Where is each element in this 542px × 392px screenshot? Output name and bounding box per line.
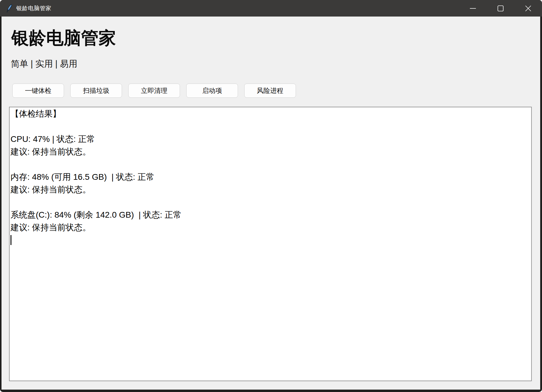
result-line: 【体检结果】 [11,108,529,120]
tagline: 简单 | 实用 | 易用 [11,58,77,70]
maximize-button[interactable] [487,0,514,17]
startup-items-button[interactable]: 启动项 [186,84,238,98]
window-controls [459,0,542,17]
results-textarea[interactable]: 【体检结果】 CPU: 47% | 状态: 正常 建议: 保持当前状态。 内存:… [9,107,532,381]
result-line: 内存: 48% (可用 16.5 GB) | 状态: 正常 [11,171,529,183]
maximize-icon [497,5,504,12]
titlebar: 银龄电脑管家 [0,0,542,17]
content-area: 银龄电脑管家 简单 | 实用 | 易用 一键体检 扫描垃圾 立即清理 启动项 风… [2,17,540,390]
result-line: CPU: 47% | 状态: 正常 [11,133,529,145]
result-line: 系统盘(C:): 84% (剩余 142.0 GB) | 状态: 正常 [11,209,529,221]
close-button[interactable] [514,0,542,17]
clean-now-button[interactable]: 立即清理 [128,84,180,98]
result-line [11,158,529,171]
health-check-button[interactable]: 一键体检 [12,84,64,98]
close-icon [525,5,531,12]
result-line: 建议: 保持当前状态。 [11,221,529,234]
minimize-icon [470,5,476,12]
toolbar: 一键体检 扫描垃圾 立即清理 启动项 风险进程 [2,84,540,98]
page-title: 银龄电脑管家 [11,28,116,48]
result-line: 建议: 保持当前状态。 [11,145,529,158]
result-line [11,120,529,133]
text-cursor [11,235,11,245]
scan-junk-button[interactable]: 扫描垃圾 [70,84,122,98]
result-line [11,196,529,209]
window-title: 银龄电脑管家 [16,5,51,12]
result-line: 建议: 保持当前状态。 [11,183,529,196]
risky-processes-button[interactable]: 风险进程 [244,84,296,98]
minimize-button[interactable] [459,0,487,17]
python-feather-icon [6,4,13,13]
app-window: 银龄电脑管家 [0,0,542,392]
cursor-line [11,234,529,247]
screenshot-root: 银龄电脑管家 [0,0,542,392]
